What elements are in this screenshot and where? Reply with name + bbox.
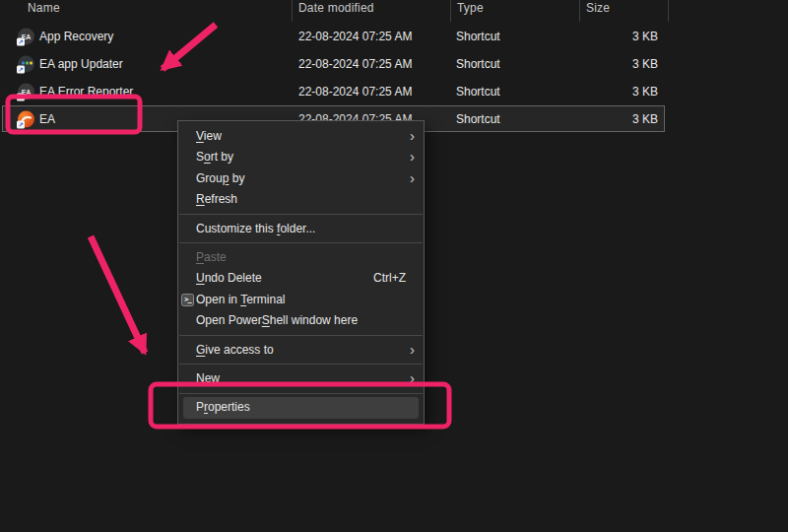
- menu-item-undo-delete[interactable]: Undo DeleteCtrl+Z: [178, 268, 424, 289]
- ea-gray-icon: EA↗: [18, 84, 34, 100]
- menu-item-label: Customize this folder...: [196, 222, 315, 235]
- file-name: EA app Updater: [39, 57, 123, 71]
- file-size: 3 KB: [586, 85, 658, 99]
- menu-separator: [179, 393, 423, 394]
- file-name: EA Error Reporter: [39, 85, 133, 99]
- menu-item-label: Paste: [196, 250, 227, 264]
- menu-item-give-access-to[interactable]: Give access to›: [178, 340, 424, 361]
- menu-separator: [179, 214, 423, 215]
- file-size: 3 KB: [586, 30, 658, 43]
- menu-item-label: Open in Terminal: [196, 293, 286, 306]
- menu-item-sort-by[interactable]: Sort by›: [178, 147, 424, 167]
- file-row[interactable]: EA↗App Recovery22-08-2024 07:25 AMShortc…: [0, 23, 666, 50]
- submenu-chevron-icon: ›: [410, 339, 415, 360]
- menu-item-properties[interactable]: Properties: [183, 397, 419, 418]
- submenu-chevron-icon: ›: [410, 167, 415, 188]
- menu-item-view[interactable]: View›: [178, 126, 424, 147]
- file-type: Shortcut: [456, 112, 500, 126]
- menu-item-group-by[interactable]: Group by›: [178, 168, 424, 189]
- file-date-modified: 22-08-2024 07:25 AM: [298, 30, 412, 43]
- file-name: EA: [39, 112, 55, 126]
- shortcut-arrow-badge: ↗: [17, 66, 25, 74]
- menu-item-label: Refresh: [196, 192, 237, 206]
- file-row[interactable]: ↗EA app Updater22-08-2024 07:25 AMShortc…: [0, 50, 666, 78]
- ea-gray-icon: EA↗: [18, 29, 34, 45]
- context-menu: View›Sort by›Group by›RefreshCustomize t…: [177, 120, 425, 425]
- menu-item-label: Group by: [196, 171, 244, 185]
- annotation-arrow: [91, 236, 145, 353]
- menu-shortcut-key: Ctrl+Z: [373, 268, 406, 289]
- menu-item-new[interactable]: New›: [178, 368, 424, 389]
- menu-item-label: Undo Delete: [196, 271, 262, 285]
- ea-orange-icon: ↗: [18, 111, 34, 128]
- file-name: App Recovery: [39, 30, 113, 43]
- file-date-modified: 22-08-2024 07:25 AM: [298, 57, 412, 71]
- menu-item-open-in-terminal[interactable]: Open in Terminal>_: [178, 290, 424, 310]
- menu-separator: [179, 242, 423, 243]
- shortcut-arrow-badge: ↗: [17, 94, 25, 101]
- menu-item-label: Sort by: [196, 150, 233, 164]
- menu-item-paste: Paste: [178, 247, 424, 268]
- submenu-chevron-icon: ›: [410, 125, 415, 146]
- file-date-modified: 22-08-2024 07:25 AM: [298, 85, 412, 99]
- file-type: Shortcut: [456, 85, 500, 99]
- menu-item-open-powershell-window-here[interactable]: Open PowerShell window here: [178, 310, 424, 331]
- file-row[interactable]: EA↗EA Error Reporter22-08-2024 07:25 AMS…: [0, 78, 666, 105]
- menu-item-label: Give access to: [196, 343, 274, 357]
- menu-item-label: Open PowerShell window here: [196, 313, 358, 327]
- menu-separator: [179, 364, 423, 365]
- submenu-chevron-icon: ›: [410, 146, 415, 166]
- shortcut-arrow-badge: ↗: [17, 121, 25, 129]
- file-size: 3 KB: [586, 112, 658, 126]
- file-type: Shortcut: [456, 57, 500, 71]
- ea-multicolor-icon: ↗: [18, 56, 34, 73]
- menu-separator: [179, 335, 423, 336]
- menu-item-label: View: [196, 129, 222, 143]
- submenu-chevron-icon: ›: [410, 367, 415, 388]
- file-size: 3 KB: [586, 57, 658, 71]
- menu-item-refresh[interactable]: Refresh: [178, 189, 424, 210]
- shortcut-arrow-badge: ↗: [17, 38, 25, 46]
- file-type: Shortcut: [456, 30, 500, 43]
- terminal-icon: >_: [181, 294, 194, 306]
- menu-item-label: New: [196, 371, 220, 385]
- menu-item-customize-this-folder[interactable]: Customize this folder...: [178, 219, 424, 239]
- menu-item-label: Properties: [196, 400, 250, 414]
